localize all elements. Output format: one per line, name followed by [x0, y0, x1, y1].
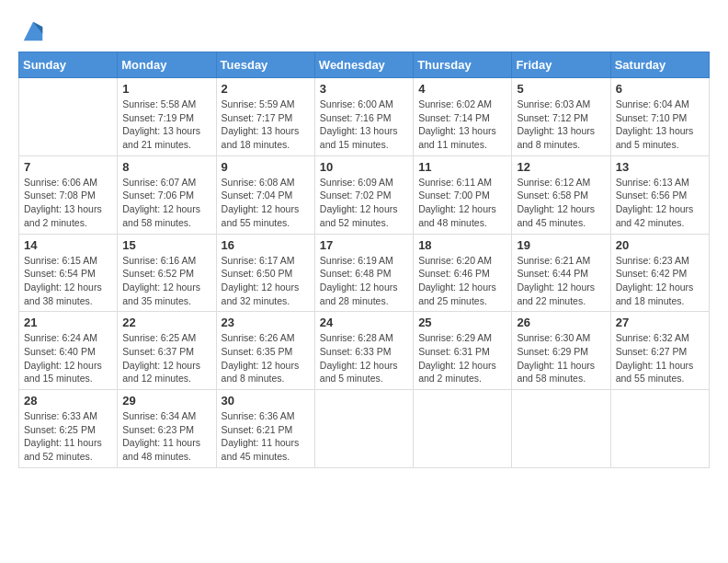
day-info: Sunrise: 6:20 AMSunset: 6:46 PMDaylight:… — [418, 254, 506, 308]
day-number: 17 — [320, 238, 408, 252]
day-number: 14 — [24, 238, 112, 252]
calendar-week-row: 28Sunrise: 6:33 AMSunset: 6:25 PMDayligh… — [19, 390, 710, 468]
calendar-cell: 26Sunrise: 6:30 AMSunset: 6:29 PMDayligh… — [512, 312, 610, 390]
day-number: 2 — [222, 82, 310, 96]
header-monday: Monday — [118, 52, 216, 78]
day-info: Sunrise: 6:07 AMSunset: 7:06 PMDaylight:… — [122, 176, 210, 230]
day-number: 16 — [222, 238, 310, 252]
day-info: Sunrise: 6:23 AMSunset: 6:42 PMDaylight:… — [616, 254, 704, 308]
header-sunday: Sunday — [19, 52, 118, 78]
day-number: 6 — [616, 82, 704, 96]
calendar-cell: 11Sunrise: 6:11 AMSunset: 7:00 PMDayligh… — [414, 155, 512, 234]
calendar-cell: 30Sunrise: 6:36 AMSunset: 6:21 PMDayligh… — [216, 390, 314, 468]
calendar-cell: 25Sunrise: 6:29 AMSunset: 6:31 PMDayligh… — [414, 312, 512, 390]
header-thursday: Thursday — [414, 52, 512, 78]
calendar-cell: 23Sunrise: 6:26 AMSunset: 6:35 PMDayligh… — [216, 312, 314, 390]
day-number: 28 — [24, 394, 112, 408]
day-info: Sunrise: 6:30 AMSunset: 6:29 PMDaylight:… — [517, 331, 605, 385]
header-friday: Friday — [512, 52, 610, 78]
day-info: Sunrise: 6:28 AMSunset: 6:33 PMDaylight:… — [320, 331, 408, 385]
calendar-cell: 8Sunrise: 6:07 AMSunset: 7:06 PMDaylight… — [118, 155, 216, 234]
calendar-cell: 28Sunrise: 6:33 AMSunset: 6:25 PMDayligh… — [19, 390, 118, 468]
header-wednesday: Wednesday — [314, 52, 413, 78]
calendar-table: SundayMondayTuesdayWednesdayThursdayFrid… — [18, 52, 710, 468]
day-number: 9 — [222, 160, 310, 174]
calendar-cell: 20Sunrise: 6:23 AMSunset: 6:42 PMDayligh… — [610, 234, 709, 312]
day-info: Sunrise: 6:33 AMSunset: 6:25 PMDaylight:… — [24, 409, 112, 464]
calendar-cell: 29Sunrise: 6:34 AMSunset: 6:23 PMDayligh… — [118, 390, 216, 468]
calendar-cell: 16Sunrise: 6:17 AMSunset: 6:50 PMDayligh… — [216, 234, 314, 312]
calendar-header-row: SundayMondayTuesdayWednesdayThursdayFrid… — [19, 52, 710, 78]
calendar-cell: 3Sunrise: 6:00 AMSunset: 7:16 PMDaylight… — [314, 78, 413, 156]
day-number: 21 — [24, 316, 112, 329]
day-info: Sunrise: 6:02 AMSunset: 7:14 PMDaylight:… — [418, 98, 506, 152]
day-info: Sunrise: 6:25 AMSunset: 6:37 PMDaylight:… — [122, 331, 210, 385]
calendar-cell: 10Sunrise: 6:09 AMSunset: 7:02 PMDayligh… — [314, 155, 413, 234]
day-info: Sunrise: 6:03 AMSunset: 7:12 PMDaylight:… — [517, 98, 605, 152]
calendar-cell: 18Sunrise: 6:20 AMSunset: 6:46 PMDayligh… — [414, 234, 512, 312]
calendar-cell: 19Sunrise: 6:21 AMSunset: 6:44 PMDayligh… — [512, 234, 610, 312]
day-info: Sunrise: 6:34 AMSunset: 6:23 PMDaylight:… — [122, 409, 210, 464]
svg-marker-0 — [24, 22, 43, 41]
calendar-cell — [414, 390, 512, 468]
calendar-week-row: 14Sunrise: 6:15 AMSunset: 6:54 PMDayligh… — [19, 234, 710, 312]
calendar-week-row: 21Sunrise: 6:24 AMSunset: 6:40 PMDayligh… — [19, 312, 710, 390]
day-number: 30 — [222, 394, 310, 408]
day-info: Sunrise: 6:09 AMSunset: 7:02 PMDaylight:… — [320, 176, 408, 230]
day-number: 11 — [418, 160, 506, 174]
day-number: 25 — [418, 316, 506, 329]
day-info: Sunrise: 6:06 AMSunset: 7:08 PMDaylight:… — [24, 176, 112, 230]
day-info: Sunrise: 6:29 AMSunset: 6:31 PMDaylight:… — [418, 331, 506, 385]
day-info: Sunrise: 6:04 AMSunset: 7:10 PMDaylight:… — [616, 98, 704, 152]
day-number: 22 — [122, 316, 210, 329]
day-number: 10 — [320, 160, 408, 174]
calendar-cell — [610, 390, 709, 468]
calendar-cell: 27Sunrise: 6:32 AMSunset: 6:27 PMDayligh… — [610, 312, 709, 390]
calendar-week-row: 7Sunrise: 6:06 AMSunset: 7:08 PMDaylight… — [19, 155, 710, 234]
day-number: 3 — [320, 82, 408, 96]
calendar-cell — [512, 390, 610, 468]
day-number: 5 — [517, 82, 605, 96]
logo — [18, 18, 46, 44]
day-info: Sunrise: 6:19 AMSunset: 6:48 PMDaylight:… — [320, 254, 408, 308]
day-number: 26 — [517, 316, 605, 329]
day-info: Sunrise: 6:16 AMSunset: 6:52 PMDaylight:… — [122, 254, 210, 308]
day-number: 13 — [616, 160, 704, 174]
day-number: 7 — [24, 160, 112, 174]
calendar-cell: 13Sunrise: 6:13 AMSunset: 6:56 PMDayligh… — [610, 155, 709, 234]
calendar-cell: 5Sunrise: 6:03 AMSunset: 7:12 PMDaylight… — [512, 78, 610, 156]
calendar-cell: 24Sunrise: 6:28 AMSunset: 6:33 PMDayligh… — [314, 312, 413, 390]
day-info: Sunrise: 6:13 AMSunset: 6:56 PMDaylight:… — [616, 176, 704, 230]
day-number: 29 — [122, 394, 210, 408]
header-saturday: Saturday — [610, 52, 709, 78]
calendar-cell: 22Sunrise: 6:25 AMSunset: 6:37 PMDayligh… — [118, 312, 216, 390]
calendar-cell: 12Sunrise: 6:12 AMSunset: 6:58 PMDayligh… — [512, 155, 610, 234]
day-number: 20 — [616, 238, 704, 252]
day-info: Sunrise: 6:36 AMSunset: 6:21 PMDaylight:… — [222, 409, 310, 464]
calendar-cell — [314, 390, 413, 468]
calendar-cell: 1Sunrise: 5:58 AMSunset: 7:19 PMDaylight… — [118, 78, 216, 156]
calendar-week-row: 1Sunrise: 5:58 AMSunset: 7:19 PMDaylight… — [19, 78, 710, 156]
calendar-cell: 4Sunrise: 6:02 AMSunset: 7:14 PMDaylight… — [414, 78, 512, 156]
day-info: Sunrise: 6:24 AMSunset: 6:40 PMDaylight:… — [24, 331, 112, 385]
day-number: 19 — [517, 238, 605, 252]
day-info: Sunrise: 6:17 AMSunset: 6:50 PMDaylight:… — [222, 254, 310, 308]
day-number: 24 — [320, 316, 408, 329]
day-info: Sunrise: 5:59 AMSunset: 7:17 PMDaylight:… — [222, 98, 310, 152]
calendar-cell: 9Sunrise: 6:08 AMSunset: 7:04 PMDaylight… — [216, 155, 314, 234]
day-info: Sunrise: 5:58 AMSunset: 7:19 PMDaylight:… — [122, 98, 210, 152]
day-info: Sunrise: 6:21 AMSunset: 6:44 PMDaylight:… — [517, 254, 605, 308]
day-number: 12 — [517, 160, 605, 174]
calendar-cell — [19, 78, 118, 156]
calendar-cell: 14Sunrise: 6:15 AMSunset: 6:54 PMDayligh… — [19, 234, 118, 312]
calendar-cell: 15Sunrise: 6:16 AMSunset: 6:52 PMDayligh… — [118, 234, 216, 312]
day-number: 18 — [418, 238, 506, 252]
calendar-cell: 7Sunrise: 6:06 AMSunset: 7:08 PMDaylight… — [19, 155, 118, 234]
day-info: Sunrise: 6:15 AMSunset: 6:54 PMDaylight:… — [24, 254, 112, 308]
day-info: Sunrise: 6:32 AMSunset: 6:27 PMDaylight:… — [616, 331, 704, 385]
day-info: Sunrise: 6:00 AMSunset: 7:16 PMDaylight:… — [320, 98, 408, 152]
day-number: 23 — [222, 316, 310, 329]
calendar-cell: 17Sunrise: 6:19 AMSunset: 6:48 PMDayligh… — [314, 234, 413, 312]
day-number: 15 — [122, 238, 210, 252]
calendar-cell: 2Sunrise: 5:59 AMSunset: 7:17 PMDaylight… — [216, 78, 314, 156]
